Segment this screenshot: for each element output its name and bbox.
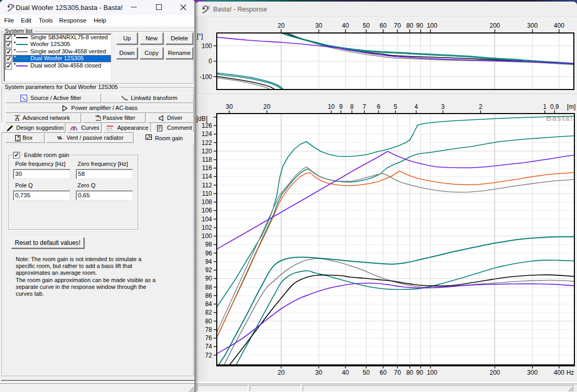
svg-text:84: 84: [205, 300, 213, 308]
svg-text:124: 124: [202, 130, 212, 138]
svg-text:86: 86: [205, 292, 213, 299]
svg-text:Hz: Hz: [567, 369, 574, 376]
svg-text:400: 400: [554, 22, 564, 29]
svg-text:4: 4: [415, 103, 418, 110]
svg-text:7: 7: [362, 103, 366, 110]
svg-text:100: 100: [427, 22, 437, 29]
svg-text:30: 30: [226, 103, 233, 110]
svg-text:116: 116: [202, 164, 212, 172]
svg-text:6: 6: [377, 103, 381, 110]
svg-text:120: 120: [202, 148, 212, 155]
svg-text:90: 90: [416, 369, 424, 376]
svg-text:3: 3: [441, 103, 445, 110]
svg-text:2: 2: [479, 103, 482, 110]
svg-text:5: 5: [394, 103, 397, 110]
svg-text:82: 82: [205, 309, 213, 316]
svg-text:50: 50: [363, 369, 370, 376]
svg-text:1: 1: [543, 103, 547, 110]
svg-text:40: 40: [342, 22, 349, 29]
svg-text:20: 20: [263, 103, 271, 110]
svg-text:200: 200: [490, 369, 500, 376]
svg-text:Basta!: Basta!: [546, 114, 573, 122]
svg-text:[°]: [°]: [197, 32, 203, 40]
svg-text:80: 80: [205, 318, 213, 325]
svg-text:20: 20: [278, 22, 285, 29]
svg-text:104: 104: [202, 216, 212, 223]
svg-text:92: 92: [205, 266, 213, 274]
svg-text:60: 60: [380, 369, 387, 376]
svg-text:78: 78: [205, 326, 213, 333]
svg-text:72: 72: [205, 352, 213, 359]
svg-text:114: 114: [202, 173, 212, 180]
svg-text:100: 100: [202, 232, 212, 240]
svg-text:98: 98: [205, 241, 213, 248]
svg-text:30: 30: [315, 22, 323, 29]
svg-text:300: 300: [527, 369, 538, 376]
svg-text:112: 112: [202, 182, 212, 189]
svg-text:102: 102: [202, 224, 212, 231]
svg-text:10: 10: [328, 103, 335, 110]
svg-text:80: 80: [406, 22, 414, 29]
svg-text:76: 76: [205, 334, 213, 342]
svg-text:90: 90: [416, 22, 424, 29]
svg-text:0: 0: [208, 58, 212, 65]
svg-text:122: 122: [202, 139, 212, 147]
svg-text:90: 90: [205, 275, 213, 282]
svg-text:-100: -100: [199, 73, 212, 81]
svg-text:[m]: [m]: [567, 103, 576, 110]
svg-text:8: 8: [350, 103, 354, 110]
svg-text:70: 70: [394, 369, 401, 376]
svg-text:60: 60: [380, 22, 387, 29]
svg-text:9: 9: [339, 103, 343, 110]
svg-text:74: 74: [205, 343, 213, 350]
svg-text:108: 108: [202, 198, 212, 206]
svg-text:50: 50: [363, 22, 370, 29]
svg-text:100: 100: [427, 369, 437, 376]
svg-text:106: 106: [202, 207, 212, 214]
svg-text:100: 100: [202, 42, 212, 50]
svg-text:70: 70: [394, 22, 401, 29]
svg-text:30: 30: [315, 369, 323, 376]
svg-text:96: 96: [205, 250, 213, 257]
svg-text:88: 88: [205, 284, 213, 291]
svg-text:126: 126: [202, 122, 212, 129]
svg-text:0,9: 0,9: [550, 103, 559, 110]
svg-text:400: 400: [554, 369, 564, 376]
svg-text:20: 20: [278, 369, 285, 376]
svg-text:200: 200: [490, 22, 500, 29]
svg-text:94: 94: [205, 258, 213, 265]
svg-text:[dB]: [dB]: [196, 115, 207, 122]
svg-text:110: 110: [202, 190, 212, 197]
svg-text:118: 118: [202, 156, 212, 163]
svg-text:80: 80: [406, 369, 414, 376]
svg-text:40: 40: [342, 369, 349, 376]
svg-text:300: 300: [527, 22, 538, 29]
